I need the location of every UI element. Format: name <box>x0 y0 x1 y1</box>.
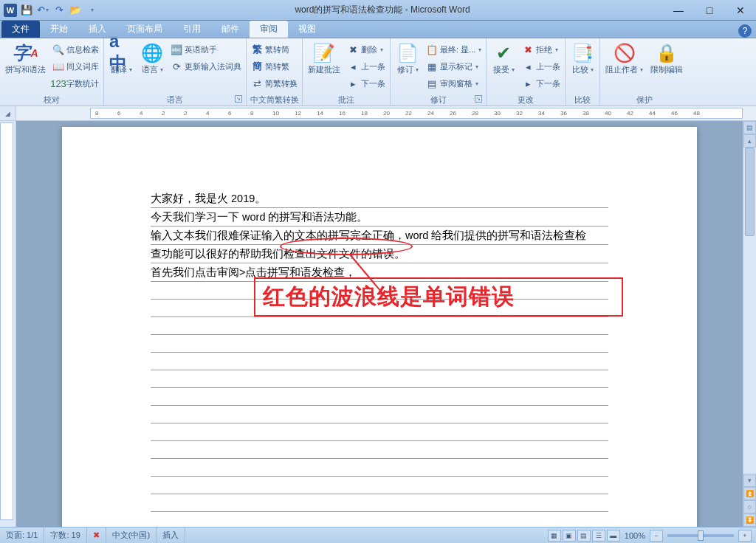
track-changes-button[interactable]: 📄 修订▾ <box>393 40 422 76</box>
browse-object-button[interactable]: ○ <box>743 500 756 513</box>
blank-line[interactable] <box>151 370 608 388</box>
zoom-out-button[interactable]: − <box>650 530 663 542</box>
window-controls: — □ ✕ <box>663 0 756 21</box>
prev-page-button[interactable]: ⏫ <box>743 487 756 500</box>
tab-home[interactable]: 开始 <box>40 21 78 38</box>
scroll-up-button[interactable]: ▴ <box>743 134 756 148</box>
zoom-thumb[interactable] <box>698 530 704 541</box>
blank-line[interactable] <box>151 388 608 406</box>
blank-line[interactable] <box>151 459 608 477</box>
next-comment-button[interactable]: ▸下一条 <box>345 75 388 91</box>
blank-line[interactable] <box>151 406 608 423</box>
help-button[interactable]: ? <box>738 24 752 38</box>
open-icon[interactable]: 📂 <box>68 3 83 18</box>
status-proof[interactable]: ✖ <box>87 528 106 543</box>
group-chinese: 繁繁转简 簡简转繁 ⇄简繁转换 中文简繁转换 <box>247 38 303 106</box>
redo-icon[interactable]: ↷ <box>52 3 66 18</box>
prev-change-button[interactable]: ◂上一条 <box>520 58 563 75</box>
new-comment-button[interactable]: 📝 新建批注 <box>305 40 343 76</box>
track-icon: 📄 <box>396 41 419 65</box>
status-wordcount[interactable]: 字数: 19 <box>44 528 86 543</box>
english-assistant-button[interactable]: 🔤英语助手 <box>168 41 244 58</box>
restrict-editing-button[interactable]: 🔒 限制编辑 <box>647 40 686 76</box>
blank-line[interactable] <box>151 317 608 335</box>
reviewing-pane-button[interactable]: ▤审阅窗格▾ <box>424 75 484 91</box>
language-button[interactable]: 🌐 语言▾ <box>137 40 167 76</box>
display-mode-button[interactable]: 📋最终: 显...▾ <box>424 41 484 58</box>
document-scroll[interactable]: 大家好，我是火 2019。 今天我们学习一下 word 的拼写和语法功能。 输入… <box>16 121 743 527</box>
view-draft[interactable]: ▬ <box>607 530 620 542</box>
comment-icon: 📝 <box>312 41 336 65</box>
blank-line[interactable] <box>151 512 608 527</box>
maximize-button[interactable]: □ <box>694 0 725 21</box>
tab-review[interactable]: 审阅 <box>250 21 288 38</box>
thesaurus-button[interactable]: 📖同义词库 <box>50 58 101 75</box>
minimize-button[interactable]: — <box>663 0 694 21</box>
view-web[interactable]: ▤ <box>577 530 591 542</box>
trad-to-simp-button[interactable]: 繁繁转简 <box>249 41 300 58</box>
zoom-level[interactable]: 100% <box>625 531 645 540</box>
vertical-ruler[interactable] <box>0 122 13 520</box>
close-button[interactable]: ✕ <box>725 0 756 21</box>
vertical-scrollbar[interactable]: ▤ ▴ ▾ ⏫ ○ ⏬ <box>743 121 756 527</box>
scroll-track[interactable] <box>743 148 756 474</box>
show-markup-button[interactable]: ▦显示标记▾ <box>424 58 484 75</box>
horizontal-ruler[interactable]: 8642246810121416182022242628303234363840… <box>90 108 743 119</box>
next-page-button[interactable]: ⏬ <box>743 513 756 527</box>
word-count-button[interactable]: 123字数统计 <box>50 75 101 91</box>
document-text[interactable]: 大家好，我是火 2019。 今天我们学习一下 word 的拼写和语法功能。 输入… <box>151 190 608 527</box>
page[interactable]: 大家好，我是火 2019。 今天我们学习一下 word 的拼写和语法功能。 输入… <box>62 127 697 527</box>
status-page[interactable]: 页面: 1/1 <box>0 528 44 543</box>
thesaurus-icon: 📖 <box>52 60 64 72</box>
tracking-launcher[interactable]: ↘ <box>475 95 482 103</box>
doc-line-2[interactable]: 今天我们学习一下 word 的拼写和语法功能。 <box>151 208 608 226</box>
compare-button[interactable]: 📑 比较▾ <box>568 40 597 76</box>
scroll-down-button[interactable]: ▾ <box>743 474 756 487</box>
ruler-corner[interactable]: ◢ <box>0 106 16 120</box>
convert-icon: ⇄ <box>251 77 263 89</box>
accept-button[interactable]: ✔ 接受▾ <box>489 40 518 76</box>
blank-line[interactable] <box>151 494 608 512</box>
prev-comment-button[interactable]: ◂上一条 <box>345 58 388 75</box>
delete-comment-button[interactable]: ✖删除▾ <box>345 41 388 58</box>
next-change-button[interactable]: ▸下一条 <box>520 75 563 91</box>
view-outline[interactable]: ☰ <box>592 530 605 542</box>
spelling-grammar-button[interactable]: 字A 拼写和语法 <box>2 40 49 76</box>
tab-mailings[interactable]: 邮件 <box>211 21 250 38</box>
blank-line[interactable] <box>151 335 608 353</box>
globe-icon: 🌐 <box>140 41 164 65</box>
translate-button[interactable]: a中 翻译▾ <box>106 40 136 76</box>
save-icon[interactable]: 💾 <box>19 3 34 18</box>
doc-line-4[interactable]: 查功能可以很好的帮助我们检查出文件文件的错误。 <box>151 245 608 263</box>
update-ime-button[interactable]: ⟳更新输入法词典 <box>168 58 244 75</box>
view-fullscreen[interactable]: ▣ <box>563 530 576 542</box>
scroll-thumb[interactable] <box>745 148 755 236</box>
simp-to-trad-button[interactable]: 簡简转繁 <box>249 58 300 75</box>
document-area: 大家好，我是火 2019。 今天我们学习一下 word 的拼写和语法功能。 输入… <box>0 121 756 527</box>
view-print-layout[interactable]: ▦ <box>548 530 561 542</box>
convert-button[interactable]: ⇄简繁转换 <box>249 75 300 91</box>
group-language: a中 翻译▾ 🌐 语言▾ 🔤英语助手 ⟳更新输入法词典 语言↘ <box>104 38 247 106</box>
tab-references[interactable]: 引用 <box>173 21 211 38</box>
research-button[interactable]: 🔍信息检索 <box>50 41 101 58</box>
group-protect: 🚫 阻止作者▾ 🔒 限制编辑 保护 <box>600 38 688 106</box>
tab-file[interactable]: 文件 <box>1 21 40 38</box>
undo-icon[interactable]: ↶▾ <box>35 3 50 18</box>
blank-line[interactable] <box>151 423 608 441</box>
status-insertmode[interactable]: 插入 <box>157 528 185 543</box>
doc-line-3[interactable]: 输入文本我们很难保证输入的文本的拼写完全正确，word 给我们提供的拼写和语法检… <box>151 226 608 245</box>
reject-button[interactable]: ✖拒绝▾ <box>520 41 563 58</box>
blank-line[interactable] <box>151 477 608 494</box>
status-language[interactable]: 中文(中国) <box>106 528 157 543</box>
zoom-slider[interactable] <box>667 534 734 537</box>
tab-view[interactable]: 视图 <box>288 21 326 38</box>
block-authors-button[interactable]: 🚫 阻止作者▾ <box>602 40 646 76</box>
doc-line-1[interactable]: 大家好，我是火 2019。 <box>151 190 608 208</box>
word-logo[interactable]: W <box>3 3 18 18</box>
qat-customize-icon[interactable]: ▾ <box>84 3 99 18</box>
blank-line[interactable] <box>151 441 608 459</box>
zoom-in-button[interactable]: + <box>738 530 752 542</box>
blank-line[interactable] <box>151 353 608 370</box>
language-launcher[interactable]: ↘ <box>235 95 242 103</box>
ruler-toggle[interactable]: ▤ <box>743 121 756 134</box>
